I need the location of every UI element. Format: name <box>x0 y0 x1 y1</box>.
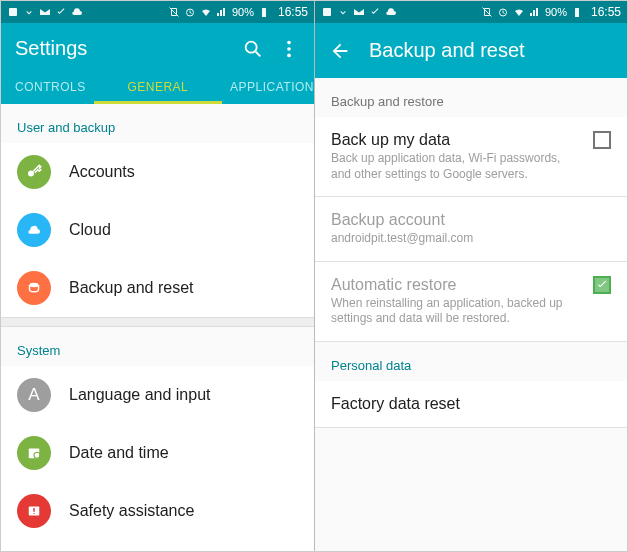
alarm-icon <box>184 6 196 18</box>
mail-icon <box>39 6 51 18</box>
notification-icon <box>321 6 333 18</box>
vibrate-icon <box>481 6 493 18</box>
wifi-icon <box>513 6 525 18</box>
setting-title: Factory data reset <box>331 395 611 413</box>
item-label: Safety assistance <box>69 502 194 520</box>
cloud-icon <box>385 6 397 18</box>
section-backup-restore: Backup and restore <box>315 78 627 117</box>
item-language[interactable]: A Language and input <box>1 366 314 424</box>
svg-point-5 <box>287 47 291 51</box>
svg-rect-0 <box>9 8 17 16</box>
status-notifications <box>321 6 397 18</box>
battery-text: 90% <box>545 6 567 18</box>
item-automatic-restore[interactable]: Automatic restore When reinstalling an a… <box>315 262 627 341</box>
setting-title: Automatic restore <box>331 276 583 294</box>
svg-point-8 <box>30 283 39 288</box>
clock-text: 16:55 <box>591 5 621 19</box>
backup-reset-screen: 90% 16:55 Backup and reset Backup and re… <box>314 1 627 551</box>
tab-general[interactable]: GENERAL <box>94 70 222 104</box>
tab-controls[interactable]: CONTROLS <box>1 70 94 104</box>
item-label: Backup and reset <box>69 279 194 297</box>
check-icon <box>55 6 67 18</box>
back-icon[interactable] <box>329 40 351 62</box>
calendar-icon <box>17 436 51 470</box>
cloud-circle-icon <box>17 213 51 247</box>
item-accounts[interactable]: Accounts <box>1 143 314 201</box>
checkbox-checked[interactable] <box>593 276 611 294</box>
section-personal-data: Personal data <box>315 342 627 381</box>
item-cloud[interactable]: Cloud <box>1 201 314 259</box>
notification-icon <box>7 6 19 18</box>
mail-icon <box>353 6 365 18</box>
item-backup-account[interactable]: Backup account androidpit.test@gmail.com <box>315 197 627 261</box>
svg-rect-2 <box>262 8 266 17</box>
battery-icon <box>571 6 583 18</box>
app-bar: Backup and reset <box>315 23 627 78</box>
alarm-icon <box>497 6 509 18</box>
item-label: Accounts <box>69 163 135 181</box>
divider <box>315 427 627 428</box>
status-notifications <box>7 6 83 18</box>
setting-desc: When reinstalling an application, backed… <box>331 296 583 327</box>
clock-text: 16:55 <box>278 5 308 19</box>
svg-point-4 <box>287 40 291 44</box>
app-bar: Settings <box>1 23 314 70</box>
page-title: Settings <box>15 37 228 60</box>
settings-list: User and backup Accounts Cloud Backup an… <box>1 104 314 551</box>
settings-screen: 90% 16:55 Settings CONTROLS GENERAL APPL… <box>1 1 314 551</box>
svg-point-3 <box>246 41 257 52</box>
battery-text: 90% <box>232 6 254 18</box>
item-label: Language and input <box>69 386 210 404</box>
status-system: 90% 16:55 <box>168 5 308 19</box>
section-user-backup: User and backup <box>1 104 314 143</box>
download-icon <box>337 6 349 18</box>
search-icon[interactable] <box>242 38 264 60</box>
checkbox-unchecked[interactable] <box>593 131 611 149</box>
warning-icon <box>17 494 51 528</box>
status-system: 90% 16:55 <box>481 5 621 19</box>
cloud-icon <box>71 6 83 18</box>
tabs: CONTROLS GENERAL APPLICATION <box>1 70 314 104</box>
vibrate-icon <box>168 6 180 18</box>
battery-icon <box>258 6 270 18</box>
backup-settings-list: Backup and restore Back up my data Back … <box>315 78 627 551</box>
wifi-icon <box>200 6 212 18</box>
item-accessories[interactable]: Accessories <box>1 540 314 551</box>
svg-rect-16 <box>575 8 579 17</box>
svg-point-7 <box>28 171 34 177</box>
section-system: System <box>1 327 314 366</box>
signal-icon <box>529 6 541 18</box>
item-backup-reset[interactable]: Backup and reset <box>1 259 314 317</box>
item-datetime[interactable]: Date and time <box>1 424 314 482</box>
svg-rect-14 <box>323 8 331 16</box>
setting-title: Backup account <box>331 211 611 229</box>
item-label: Date and time <box>69 444 169 462</box>
setting-title: Back up my data <box>331 131 583 149</box>
setting-desc: androidpit.test@gmail.com <box>331 231 611 247</box>
backup-icon <box>17 271 51 305</box>
section-divider <box>1 317 314 327</box>
status-bar: 90% 16:55 <box>1 1 314 23</box>
key-icon <box>17 155 51 189</box>
page-title: Backup and reset <box>369 39 613 62</box>
item-label: Cloud <box>69 221 111 239</box>
language-icon: A <box>17 378 51 412</box>
tab-applications[interactable]: APPLICATION <box>222 70 314 104</box>
item-safety[interactable]: Safety assistance <box>1 482 314 540</box>
item-backup-my-data[interactable]: Back up my data Back up application data… <box>315 117 627 196</box>
download-icon <box>23 6 35 18</box>
setting-desc: Back up application data, Wi-Fi password… <box>331 151 583 182</box>
overflow-menu-icon[interactable] <box>278 38 300 60</box>
svg-point-6 <box>287 53 291 57</box>
check-icon <box>369 6 381 18</box>
signal-icon <box>216 6 228 18</box>
item-factory-reset[interactable]: Factory data reset <box>315 381 627 427</box>
status-bar: 90% 16:55 <box>315 1 627 23</box>
